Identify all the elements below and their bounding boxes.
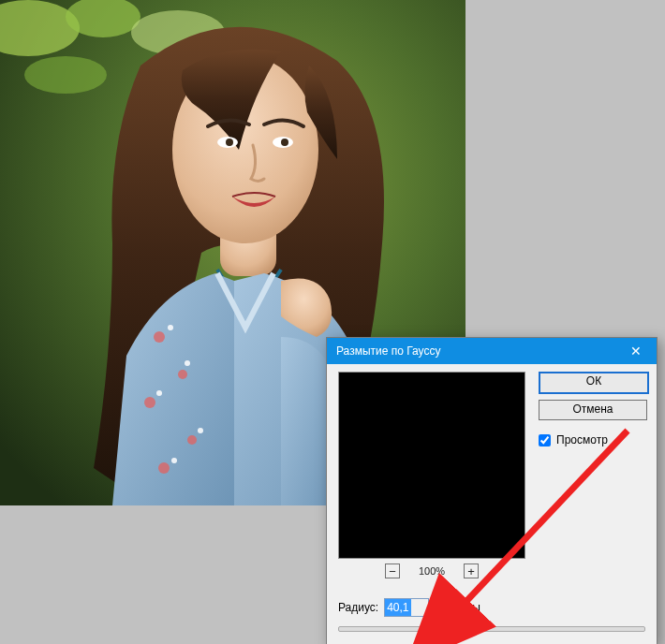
svg-point-24 [198,428,203,433]
svg-point-9 [226,139,233,146]
svg-point-4 [24,56,107,94]
dialog-title: Размытие по Гауссу [336,344,615,358]
radius-value: 40,1 [385,599,410,616]
svg-point-10 [281,139,288,146]
svg-point-17 [178,370,187,379]
slider-track [338,626,645,632]
minus-icon: − [389,565,396,578]
plus-icon: + [467,565,475,578]
gaussian-blur-dialog: Размытие по Гауссу ✕ − 100% + ОК Отмена … [326,337,658,644]
preview-checkbox-row[interactable]: Просмотр [539,433,645,446]
radius-label: Радиус: [338,601,378,614]
slider-thumb[interactable] [443,622,455,638]
radius-input[interactable]: 40,1 [384,598,429,617]
radius-slider[interactable] [338,621,645,637]
preview-thumbnail[interactable] [338,372,525,559]
svg-point-23 [156,390,162,396]
preview-checkbox-label: Просмотр [556,433,608,446]
radius-units: Пикселы [435,601,480,614]
ok-button[interactable]: ОК [539,372,649,394]
zoom-in-button[interactable]: + [464,564,479,578]
close-button[interactable]: ✕ [615,338,657,364]
svg-point-21 [168,325,173,330]
svg-point-18 [144,397,155,408]
svg-point-16 [154,331,165,343]
svg-point-25 [171,458,177,463]
svg-point-19 [187,435,197,445]
svg-point-22 [185,360,190,366]
preview-checkbox[interactable] [539,434,551,446]
zoom-out-button[interactable]: − [385,564,400,578]
cancel-button[interactable]: Отмена [539,400,647,420]
close-icon: ✕ [630,344,642,359]
svg-point-20 [158,462,170,474]
canvas-bg-right [466,0,665,337]
zoom-value: 100% [417,565,447,577]
dialog-titlebar[interactable]: Размытие по Гауссу ✕ [327,338,657,364]
